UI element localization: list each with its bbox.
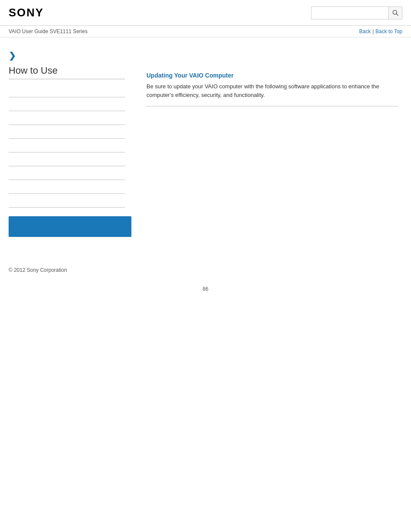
article-divider-1: [146, 106, 398, 106]
chevron-icon: ❯: [9, 50, 16, 61]
search-input[interactable]: [311, 6, 389, 19]
sidebar-section-title: How to Use: [9, 65, 125, 79]
sidebar-blue-bar[interactable]: [9, 216, 131, 237]
sidebar-nav-item-5[interactable]: [9, 139, 125, 152]
chevron-area: ❯: [9, 50, 125, 61]
sidebar-nav-item-7[interactable]: [9, 166, 125, 180]
sidebar: ❯ How to Use: [0, 37, 134, 246]
nav-separator: |: [372, 28, 374, 34]
article-title-1[interactable]: Updating Your VAIO Computer: [146, 72, 398, 79]
navbar-title: VAIO User Guide SVE1111 Series: [9, 28, 87, 34]
main-container: ❯ How to Use Updating Your VAIO Computer…: [0, 37, 411, 246]
content-area: Updating Your VAIO Computer Be sure to u…: [134, 37, 411, 246]
svg-line-1: [396, 14, 398, 16]
navbar: VAIO User Guide SVE1111 Series Back | Ba…: [0, 26, 411, 37]
sidebar-nav-item-1[interactable]: [9, 84, 125, 97]
article-description-1: Be sure to update your VAIO computer wit…: [146, 82, 398, 99]
back-to-top-link[interactable]: Back to Top: [376, 28, 402, 34]
copyright-text: © 2012 Sony Corporation: [9, 267, 67, 273]
page-number-area: 86: [0, 277, 411, 301]
header: SONY: [0, 0, 411, 26]
back-link[interactable]: Back: [359, 28, 371, 34]
sidebar-nav-item-6[interactable]: [9, 152, 125, 166]
sidebar-nav-item-3[interactable]: [9, 111, 125, 125]
sidebar-nav-item-2[interactable]: [9, 97, 125, 111]
navbar-links: Back | Back to Top: [359, 28, 402, 34]
search-icon: [392, 9, 399, 16]
sony-logo: SONY: [9, 6, 44, 19]
search-area: [311, 6, 402, 19]
content-top-spacer: [146, 46, 398, 72]
footer: © 2012 Sony Corporation: [0, 258, 411, 277]
search-button[interactable]: [389, 6, 402, 19]
sidebar-nav-item-4[interactable]: [9, 125, 125, 139]
sidebar-nav-item-9[interactable]: [9, 194, 125, 208]
sidebar-nav: [9, 84, 125, 208]
page-number: 86: [202, 286, 208, 292]
sidebar-nav-item-8[interactable]: [9, 180, 125, 194]
